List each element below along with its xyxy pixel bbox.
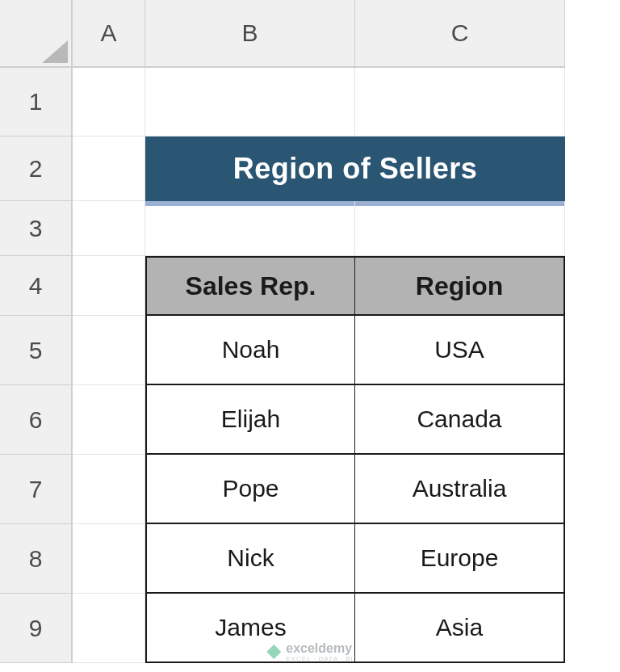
cell-a7[interactable] [73,455,145,524]
cell-a2[interactable] [73,136,145,201]
cell-a5[interactable] [73,316,145,385]
cell-a1[interactable] [73,68,145,136]
row-header-4[interactable]: 4 [0,256,73,316]
watermark-tagline: EXCEL · DATA · BI [286,656,354,662]
select-all-corner[interactable] [0,0,73,68]
cell-a4[interactable] [73,256,145,316]
cell-b1[interactable] [145,68,355,136]
row-header-3[interactable]: 3 [0,201,73,256]
cell-b3[interactable] [145,201,355,256]
table-header-sales-rep[interactable]: Sales Rep. [145,256,355,316]
table-row[interactable]: Elijah [145,385,355,455]
row-header-8[interactable]: 8 [0,524,73,594]
cell-a8[interactable] [73,524,145,594]
row-header-1[interactable]: 1 [0,68,73,136]
cell-a3[interactable] [73,201,145,256]
table-row[interactable]: Australia [355,455,565,524]
row-header-9[interactable]: 9 [0,594,73,663]
title-cell[interactable]: Region of Sellers [145,136,565,201]
col-header-b[interactable]: B [145,0,355,68]
spreadsheet-grid: A B C 1 2 Region of Sellers 3 4 Sales Re… [0,0,620,663]
watermark: exceldemy EXCEL · DATA · BI [266,641,354,662]
row-header-2[interactable]: 2 [0,136,73,201]
col-header-c[interactable]: C [355,0,565,68]
table-header-region[interactable]: Region [355,256,565,316]
table-row[interactable]: Europe [355,524,565,594]
table-row[interactable]: Asia [355,594,565,663]
row-header-6[interactable]: 6 [0,385,73,455]
cell-a9[interactable] [73,594,145,663]
row-header-5[interactable]: 5 [0,316,73,385]
col-header-a[interactable]: A [73,0,145,68]
cell-c1[interactable] [355,68,565,136]
table-row[interactable]: Canada [355,385,565,455]
table-row[interactable]: Pope [145,455,355,524]
logo-icon [266,645,281,659]
table-row[interactable]: USA [355,316,565,385]
table-row[interactable]: Nick [145,524,355,594]
row-header-7[interactable]: 7 [0,455,73,524]
cell-c3[interactable] [355,201,565,256]
table-row[interactable]: Noah [145,316,355,385]
cell-a6[interactable] [73,385,145,455]
watermark-brand: exceldemy [286,641,352,655]
